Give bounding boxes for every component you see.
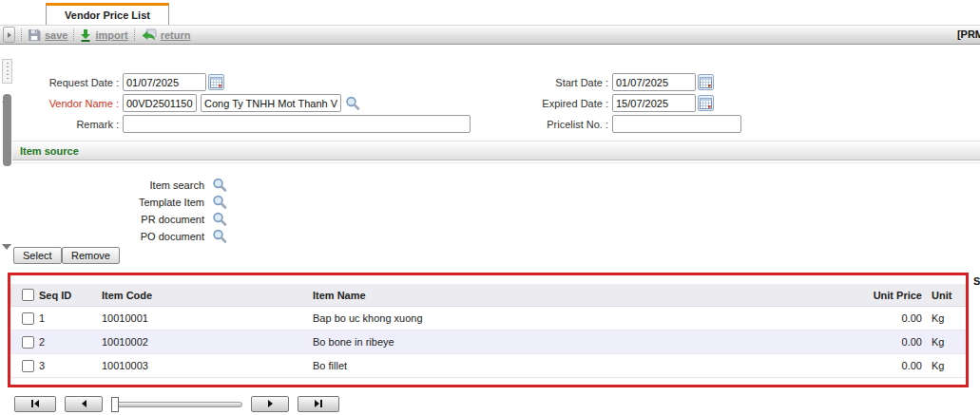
header-unit-price: Unit Price (848, 290, 922, 301)
vendor-price-list-screen: Vendor Price List save import (0, 0, 980, 415)
slider-thumb[interactable] (111, 397, 119, 412)
pager (14, 395, 339, 412)
magnifier-icon (212, 195, 227, 210)
green-return-arrow-icon (141, 28, 157, 41)
cell-item-name: Bo bone in ribeye (313, 336, 848, 348)
splitter-grip[interactable] (2, 59, 12, 84)
cell-unit-price: 0.00 (848, 360, 922, 371)
start-date-calendar-button[interactable] (698, 74, 714, 90)
template-item-search-button[interactable] (212, 195, 227, 210)
triangle-left-icon (82, 400, 86, 407)
item-search-label: Item search (76, 179, 208, 191)
import-button[interactable]: import (80, 28, 127, 42)
magnifier-icon (212, 178, 227, 193)
items-table-highlight-box: Seq ID Item Code Item Name Unit Price Un… (8, 273, 969, 387)
cell-item-code: 10010003 (102, 360, 313, 371)
cell-seq-id: 3 (39, 360, 102, 371)
item-search-button[interactable] (212, 178, 227, 193)
start-date-input[interactable] (612, 73, 696, 91)
vendor-name-label: Vendor Name : (14, 98, 123, 109)
header-seq-id: Seq ID (39, 290, 102, 301)
request-date-input[interactable] (123, 73, 206, 91)
calendar-icon (210, 76, 222, 88)
request-date-label: Request Date : (14, 77, 123, 88)
header-item-code: Item Code (102, 290, 313, 301)
cell-item-name: Bap bo uc khong xuong (313, 312, 848, 324)
items-table-body: 1 10010001 Bap bo uc khong xuong 0.00 Kg… (10, 307, 966, 378)
header-unit: Unit (922, 290, 966, 301)
select-all-checkbox[interactable] (22, 289, 34, 301)
calendar-icon (700, 97, 712, 109)
pr-document-search-button[interactable] (212, 212, 227, 227)
item-search-row: Item search (76, 177, 227, 193)
table-row[interactable]: 2 10010002 Bo bone in ribeye 0.00 Kg (10, 330, 966, 354)
magnifier-icon (212, 229, 227, 244)
first-page-button[interactable] (14, 396, 56, 412)
slider-track[interactable] (116, 402, 242, 407)
vendor-code-input[interactable] (123, 94, 197, 112)
cell-unit: Kg (922, 312, 966, 324)
scroll-down-arrow[interactable] (2, 250, 11, 261)
toolbar-collapse-button[interactable] (3, 27, 15, 43)
last-page-button[interactable] (298, 396, 339, 412)
expired-date-input[interactable] (612, 94, 696, 112)
scrollbar-thumb[interactable] (3, 94, 11, 166)
vendor-name-input[interactable] (201, 94, 341, 112)
return-label: return (161, 29, 191, 41)
save-button[interactable]: save (28, 28, 67, 42)
clipped-column-header: S (973, 275, 980, 287)
next-page-button[interactable] (251, 396, 289, 412)
remove-button[interactable]: Remove (62, 247, 120, 264)
select-button[interactable]: Select (13, 247, 62, 264)
start-date-row: Start Date : (513, 73, 714, 91)
cell-unit-price: 0.00 (848, 336, 922, 348)
pricelist-no-input[interactable] (612, 115, 741, 133)
return-button[interactable]: return (141, 28, 191, 41)
import-label: import (95, 29, 127, 41)
remark-input[interactable] (123, 115, 471, 133)
cell-seq-id: 2 (39, 336, 102, 348)
po-document-row: PO document (76, 228, 227, 244)
cell-unit-price: 0.00 (848, 312, 922, 324)
request-date-row: Request Date : (14, 73, 224, 91)
toolbar: save import return [PRM (0, 25, 980, 45)
chevron-right-icon (8, 32, 11, 38)
item-source-section-header: Item source (12, 141, 980, 160)
pr-document-label: PR document (76, 214, 208, 225)
screen-code: [PRM (957, 28, 980, 40)
pricelist-no-row: Pricelist No. : (513, 115, 741, 133)
request-date-calendar-button[interactable] (208, 74, 224, 90)
vendor-search-button[interactable] (345, 96, 360, 111)
items-table-header: Seq ID Item Code Item Name Unit Price Un… (10, 284, 966, 307)
calendar-icon (700, 76, 712, 88)
table-row[interactable]: 3 10010003 Bo fillet 0.00 Kg (10, 354, 966, 378)
row-checkbox[interactable] (22, 360, 34, 372)
po-document-label: PO document (76, 231, 208, 242)
triangle-right-icon (268, 400, 273, 407)
page-slider[interactable] (111, 396, 242, 412)
expired-date-calendar-button[interactable] (698, 95, 714, 111)
previous-page-button[interactable] (65, 396, 103, 412)
tab-vendor-price-list[interactable]: Vendor Price List (46, 3, 169, 25)
cell-item-code: 10010002 (102, 336, 313, 348)
remark-row: Remark : (14, 115, 471, 133)
po-document-search-button[interactable] (212, 229, 227, 244)
toolbar-separator (134, 28, 135, 41)
table-row[interactable]: 1 10010001 Bap bo uc khong xuong 0.00 Kg (10, 307, 966, 330)
triangle-left-icon (34, 400, 39, 407)
grip-dots-icon (7, 63, 9, 80)
magnifier-icon (345, 96, 360, 111)
row-checkbox[interactable] (22, 312, 34, 325)
triangle-down-icon (2, 244, 11, 261)
start-date-label: Start Date : (513, 77, 612, 88)
bar-icon (31, 400, 33, 407)
row-checkbox[interactable] (22, 336, 34, 349)
cell-item-name: Bo fillet (313, 360, 848, 371)
pricelist-no-label: Pricelist No. : (513, 119, 612, 130)
template-item-label: Template Item (76, 197, 208, 208)
magnifier-icon (212, 212, 227, 227)
template-item-row: Template Item (76, 194, 227, 210)
expired-date-row: Expired Date : (513, 94, 714, 112)
green-download-arrow-icon (80, 28, 91, 42)
bar-icon (320, 400, 322, 407)
